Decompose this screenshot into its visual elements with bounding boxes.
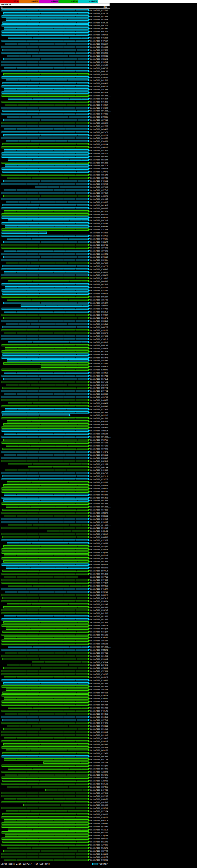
- hit-bar[interactable]: [7, 542, 89, 545]
- hit-label[interactable]: UniRef100_Q6J2U5: [90, 414, 108, 416]
- hit-bar[interactable]: [2, 512, 89, 514]
- hit-label[interactable]: UniRef100_B5DFV5: [90, 472, 108, 474]
- hit-label[interactable]: UniRef100_Q43Y60: [90, 749, 108, 751]
- hit-label[interactable]: UniRef100_B911U7: [90, 734, 108, 736]
- hit-label[interactable]: UniRef100_C4J2P5: [90, 451, 108, 453]
- hit-label[interactable]: UniRef100_Q55G89: [90, 634, 108, 636]
- hit-label[interactable]: UniRef100_Q47D03: [90, 113, 108, 115]
- hit-label[interactable]: UniRef100_Q6EUH4: [90, 159, 108, 161]
- hit-bar[interactable]: [2, 588, 89, 590]
- hit-bar[interactable]: [6, 505, 89, 508]
- hit-bar[interactable]: [8, 37, 89, 39]
- hit-bar[interactable]: [2, 24, 89, 27]
- hit-label[interactable]: UniRef100_Q35ZE0: [90, 286, 108, 288]
- hit-bar[interactable]: [4, 737, 89, 739]
- hit-bar[interactable]: [2, 253, 89, 255]
- hit-bar[interactable]: [3, 134, 89, 136]
- hit-bar[interactable]: [45, 789, 89, 791]
- hit-bar[interactable]: [7, 603, 89, 606]
- hit-label[interactable]: UniRef100_P42044: [90, 107, 108, 109]
- hit-bar[interactable]: [2, 801, 89, 803]
- hit-bar[interactable]: [4, 859, 89, 861]
- hit-bar[interactable]: [5, 347, 89, 349]
- hit-bar[interactable]: [3, 560, 89, 563]
- hit-bar[interactable]: [4, 798, 89, 800]
- hit-label[interactable]: UniRef100_C5XQ82: [90, 765, 108, 767]
- hit-label[interactable]: UniRef100_A2YIW6: [90, 844, 108, 846]
- hit-label[interactable]: UniRef100_A9P8E6: [90, 484, 108, 487]
- hit-label[interactable]: UniRef100_Q6ZDC0: [90, 131, 108, 133]
- hit-label[interactable]: UniRef100_P42653: [90, 612, 108, 614]
- hit-bar[interactable]: [2, 841, 89, 843]
- hit-bar[interactable]: [2, 155, 89, 158]
- hit-bar[interactable]: [2, 570, 89, 572]
- hit-label[interactable]: UniRef100_A95FJ9: [90, 299, 108, 301]
- hit-label[interactable]: UniRef100_Q6FLR9: [90, 381, 108, 383]
- hit-label[interactable]: UniRef100_Q7ZW20: [90, 408, 108, 410]
- hit-label[interactable]: UniRef100_B5VAL8: [90, 570, 108, 572]
- hit-label[interactable]: UniRef100_Q55A19: [90, 658, 108, 660]
- hit-label[interactable]: UniRef100_Q9SYB8: [90, 704, 108, 706]
- hit-bar[interactable]: [3, 606, 89, 609]
- hit-bar[interactable]: [2, 670, 89, 672]
- hit-bar[interactable]: [5, 774, 89, 776]
- hit-bar[interactable]: [6, 323, 89, 325]
- hit-label[interactable]: UniRef100_B5M1Y0: [90, 216, 108, 219]
- hit-bar[interactable]: [2, 70, 89, 72]
- hit-bar[interactable]: [2, 783, 89, 785]
- hit-label[interactable]: UniRef100_Q6S3H2: [90, 743, 108, 745]
- hit-bar[interactable]: [8, 707, 89, 709]
- hit-bar[interactable]: [2, 326, 89, 328]
- hit-label[interactable]: UniRef100_Q94AW4: [90, 527, 108, 529]
- hit-label[interactable]: UniRef100_Q75ZD4: [90, 98, 108, 100]
- hit-label[interactable]: UniRef100_C5P1H5: [90, 222, 108, 224]
- hit-label[interactable]: UniRef100_B9W7H3: [90, 225, 108, 227]
- hit-label[interactable]: UniRef100_Q682P7: [90, 594, 108, 596]
- hit-label[interactable]: UniRef100_Q2PYW8: [90, 603, 108, 606]
- hit-bar[interactable]: [2, 488, 89, 490]
- hit-label[interactable]: UniRef100_B9RJV9: [90, 420, 108, 423]
- hit-bar[interactable]: [4, 88, 89, 91]
- hit-bar[interactable]: [2, 22, 89, 24]
- hit-label[interactable]: UniRef100_B9HVS0: [90, 798, 108, 800]
- hit-label[interactable]: UniRef100_A9IZZ6: [90, 125, 108, 127]
- hit-bar[interactable]: [4, 250, 89, 252]
- hit-bar[interactable]: [2, 755, 89, 757]
- hit-label[interactable]: UniRef100_Q1WLZ6: [90, 12, 108, 14]
- hit-bar[interactable]: [7, 420, 89, 423]
- hit-bar[interactable]: [4, 271, 89, 273]
- hit-label[interactable]: UniRef100_B9RYL5: [90, 819, 108, 822]
- hit-label[interactable]: UniRef100_C9P5S3: [90, 292, 108, 295]
- hit-label[interactable]: UniRef100_P52948: [90, 19, 108, 21]
- hit-bar[interactable]: [5, 43, 89, 45]
- hit-label[interactable]: UniRef100_A9P8T9: [90, 488, 108, 490]
- hit-label[interactable]: UniRef100_Q96BW0: [90, 573, 108, 575]
- hit-bar[interactable]: [2, 110, 89, 112]
- hit-label[interactable]: UniRef100_Q5UFR1: [90, 73, 108, 75]
- hit-bar[interactable]: [2, 137, 89, 139]
- hit-label[interactable]: UniRef100_Q434J0: [90, 128, 108, 130]
- hit-label[interactable]: UniRef100_A7QTN8: [90, 834, 108, 837]
- hit-label[interactable]: UniRef100_Q59526: [90, 201, 108, 203]
- hit-bar[interactable]: [3, 241, 89, 243]
- hit-bar[interactable]: [3, 743, 89, 745]
- hit-bar[interactable]: [2, 719, 89, 721]
- hit-label[interactable]: UniRef100_A7P2G9: [90, 463, 108, 465]
- hit-label[interactable]: UniRef100_A9S3A7: [90, 302, 108, 304]
- hit-label[interactable]: UniRef100_C99FE2: [90, 265, 108, 267]
- hit-label[interactable]: UniRef100_A9RG90: [90, 643, 108, 645]
- hit-bar[interactable]: [35, 186, 89, 188]
- hit-bar[interactable]: [8, 646, 89, 648]
- hit-label[interactable]: UniRef100_B4FTQ3: [90, 789, 108, 791]
- hit-bar[interactable]: [6, 810, 89, 812]
- hit-bar[interactable]: [3, 73, 89, 75]
- hit-label[interactable]: UniRef100_Q1WF39: [90, 76, 108, 79]
- hit-label[interactable]: UniRef100_C5G8M6: [90, 268, 108, 270]
- hit-bar[interactable]: [2, 396, 89, 398]
- hit-bar[interactable]: [2, 76, 89, 79]
- hit-label[interactable]: UniRef100_UP1000...: [90, 682, 111, 684]
- hit-bar[interactable]: [2, 61, 89, 63]
- hit-label[interactable]: UniRef100_A9TJX4: [90, 792, 108, 794]
- hit-label[interactable]: UniRef100_B9RUN7: [90, 457, 108, 459]
- hit-bar[interactable]: [7, 299, 89, 301]
